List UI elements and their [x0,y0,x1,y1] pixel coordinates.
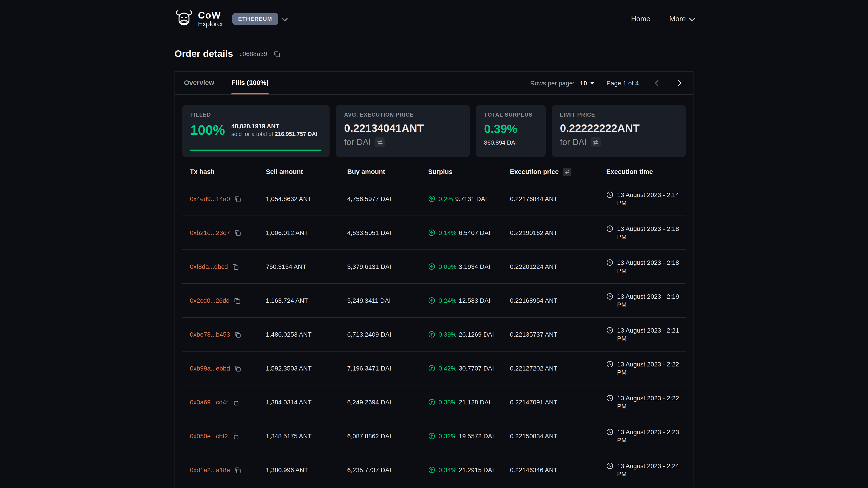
rows-per-page-label: Rows per page: [530,79,575,87]
surplus-percent: 0.2% [438,195,453,202]
price-invert-swap-icon[interactable] [563,167,571,176]
network-chevron-down-icon[interactable] [282,15,288,21]
fills-panel: Overview Fills (100%) Rows per page: 10 … [175,71,693,487]
execution-price: 0.22201224 ANT [510,263,606,270]
copy-order-id-icon[interactable] [274,51,280,57]
execution-price: 0.22147091 ANT [510,398,606,406]
order-details-header: Order details c0688a39 [175,47,693,61]
nav-item-more[interactable]: More [669,15,693,23]
logo-line1: CoW [198,10,223,20]
nav-item-home[interactable]: Home [631,15,650,23]
sell-amount: 1,054.8632 ANT [266,195,347,202]
sell-amount: 750.3154 ANT [266,263,347,270]
filled-sold-text: sold for a total of [231,131,273,137]
surplus-amount: 30.7707 DAI [459,365,494,372]
copy-tx-hash-icon[interactable] [232,399,239,405]
surplus-amount: 3.1934 DAI [459,263,490,270]
clock-icon [606,360,614,367]
cow-explorer-logo[interactable]: CoW Explorer [175,10,223,28]
next-page-button[interactable] [675,78,684,88]
header-surplus: Surplus [428,168,510,175]
execution-price: 0.22176844 ANT [510,195,606,202]
sell-amount: 1,163.724 ANT [266,297,347,304]
execution-time: 13 August 2023 - 2:21 PM [617,326,685,343]
previous-page-button[interactable] [652,78,661,88]
tx-hash-link[interactable]: 0xb99a...ebbd [190,365,230,372]
buy-amount: 5,249.3411 DAI [347,297,428,304]
tx-hash-link[interactable]: 0xf8da...dbcd [190,263,228,270]
buy-amount: 3,379.6131 DAI [347,263,428,270]
tab-fills[interactable]: Fills (100%) [231,72,269,94]
tx-hash-link[interactable]: 0xbe78...b453 [190,331,230,338]
surplus-percent: 0.32% [438,432,456,440]
summary-cards: FILLED 100% 48,020.1919 ANT sold for a t… [175,95,693,157]
buy-amount: 6,087.8862 DAI [347,432,428,440]
limit-price-per: for DAI [560,137,587,147]
cow-explorer-app: CoW Explorer ETHEREUM Home More Order de… [0,0,868,488]
copy-tx-hash-icon[interactable] [234,365,241,372]
page-title: Order details [175,48,233,59]
execution-price: 0.22190162 ANT [510,229,606,236]
nav-more-label: More [669,15,686,23]
filled-percent: 100% [190,123,225,138]
limit-price-card: LIMIT PRICE 0.22222222ANT for DAI [552,105,686,157]
tx-hash-link[interactable]: 0x2cd0...26dd [190,297,230,304]
tab-overview[interactable]: Overview [184,72,214,94]
table-row: 0xd1a2...a18e 1,380.996 ANT 6,235.7737 D… [182,453,686,487]
sell-amount: 1,384.0314 ANT [266,398,347,406]
copy-tx-hash-icon[interactable] [234,331,241,338]
copy-tx-hash-icon[interactable] [234,297,241,304]
clock-icon [606,191,614,198]
logo-line2: Explorer [198,20,223,28]
tab-fills-label: Fills (100%) [231,78,269,86]
copy-tx-hash-icon[interactable] [234,466,241,473]
tx-hash-link[interactable]: 0x4ed9...14a0 [190,195,230,202]
surplus-amount: 19.5572 DAI [459,432,494,440]
limit-price-value: 0.22222222ANT [560,122,678,135]
header-buy-amount: Buy amount [347,168,428,175]
surplus-amount: 26.1269 DAI [459,331,494,338]
clock-icon [606,462,614,469]
filled-label: FILLED [190,111,322,118]
sell-amount: 1,380.996 ANT [266,466,347,474]
tx-hash-link[interactable]: 0x050e...cbf2 [190,432,228,440]
table-header-row: Tx hash Sell amount Buy amount Surplus E… [182,162,686,182]
buy-amount: 4,756.5977 DAI [347,195,428,202]
total-surplus-percent: 0.39% [484,122,537,136]
rows-per-page-select[interactable]: 10 [580,79,595,87]
avg-execution-price-card: AVG. EXECUTION PRICE 0.22134041ANT for D… [336,105,470,157]
sell-amount: 1,486.0253 ANT [266,331,347,338]
network-selector-badge[interactable]: ETHEREUM [232,13,278,25]
copy-tx-hash-icon[interactable] [232,433,239,440]
order-id: c0688a39 [239,50,267,57]
execution-price: 0.22146346 ANT [510,466,606,474]
filled-sold-line: sold for a total of 216,951.757 DAI [231,131,317,137]
limit-price-swap-icon[interactable] [591,137,600,147]
table-row: 0xb21e...23e7 1,006.012 ANT 4,533.5951 D… [182,216,686,250]
tx-hash-link[interactable]: 0xd1a2...a18e [190,466,230,474]
tx-hash-link[interactable]: 0x3a69...cd4f [190,398,228,406]
execution-price: 0.22168954 ANT [510,297,606,304]
execution-time: 13 August 2023 - 2:18 PM [617,258,685,275]
surplus-percent: 0.33% [438,398,456,406]
surplus-percent: 0.39% [438,331,456,338]
avg-price-value: 0.22134041ANT [344,122,462,135]
filled-sold-total: 216,951.757 DAI [275,131,317,137]
top-navigation-bar: CoW Explorer ETHEREUM Home More [0,0,868,38]
table-row: 0x050e...cbf2 1,348.5175 ANT 6,087.8862 … [182,419,686,453]
surplus-arrow-up-circle-icon [428,263,435,270]
execution-time: 13 August 2023 - 2:22 PM [617,360,685,377]
copy-tx-hash-icon[interactable] [232,263,239,270]
filled-card: FILLED 100% 48,020.1919 ANT sold for a t… [182,105,330,157]
copy-tx-hash-icon[interactable] [234,195,241,202]
table-row: 0xf8da...dbcd 750.3154 ANT 3,379.6131 DA… [182,250,686,284]
rows-per-page-caret-icon [590,82,595,85]
copy-tx-hash-icon[interactable] [234,229,241,236]
more-chevron-down-icon [689,15,695,21]
pagination-controls: Rows per page: 10 Page 1 of 4 [530,72,684,94]
avg-price-swap-icon[interactable] [375,137,385,147]
tx-hash-link[interactable]: 0xb21e...23e7 [190,229,230,236]
table-row: 0x4ed9...14a0 1,054.8632 ANT 4,756.5977 … [182,182,686,216]
header-execution-price: Execution price [510,168,559,175]
rows-per-page-value: 10 [580,79,587,87]
